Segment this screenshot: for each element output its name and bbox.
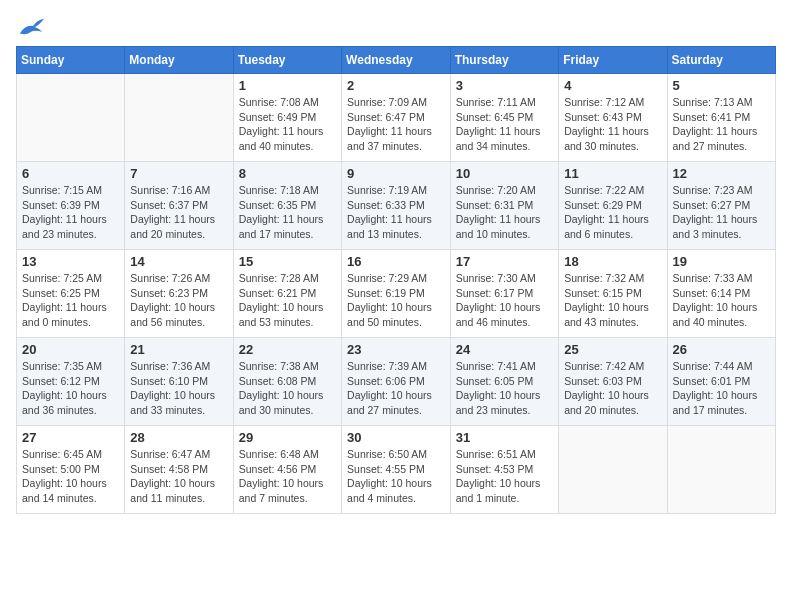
day-info: Sunrise: 7:16 AMSunset: 6:37 PMDaylight:… xyxy=(130,183,227,242)
calendar-cell: 21Sunrise: 7:36 AMSunset: 6:10 PMDayligh… xyxy=(125,338,233,426)
day-info: Sunrise: 7:19 AMSunset: 6:33 PMDaylight:… xyxy=(347,183,445,242)
day-info: Sunrise: 7:11 AMSunset: 6:45 PMDaylight:… xyxy=(456,95,553,154)
calendar-cell: 27Sunrise: 6:45 AMSunset: 5:00 PMDayligh… xyxy=(17,426,125,514)
day-number: 12 xyxy=(673,166,770,181)
calendar-cell: 11Sunrise: 7:22 AMSunset: 6:29 PMDayligh… xyxy=(559,162,667,250)
calendar-week-3: 13Sunrise: 7:25 AMSunset: 6:25 PMDayligh… xyxy=(17,250,776,338)
day-number: 20 xyxy=(22,342,119,357)
calendar-cell: 7Sunrise: 7:16 AMSunset: 6:37 PMDaylight… xyxy=(125,162,233,250)
day-number: 29 xyxy=(239,430,336,445)
logo-bird-icon xyxy=(18,16,46,38)
calendar-cell: 29Sunrise: 6:48 AMSunset: 4:56 PMDayligh… xyxy=(233,426,341,514)
day-number: 21 xyxy=(130,342,227,357)
day-info: Sunrise: 7:25 AMSunset: 6:25 PMDaylight:… xyxy=(22,271,119,330)
calendar-cell xyxy=(125,74,233,162)
day-number: 5 xyxy=(673,78,770,93)
day-number: 25 xyxy=(564,342,661,357)
calendar-cell: 10Sunrise: 7:20 AMSunset: 6:31 PMDayligh… xyxy=(450,162,558,250)
day-info: Sunrise: 7:15 AMSunset: 6:39 PMDaylight:… xyxy=(22,183,119,242)
day-number: 27 xyxy=(22,430,119,445)
day-info: Sunrise: 6:47 AMSunset: 4:58 PMDaylight:… xyxy=(130,447,227,506)
day-info: Sunrise: 7:39 AMSunset: 6:06 PMDaylight:… xyxy=(347,359,445,418)
calendar-cell: 9Sunrise: 7:19 AMSunset: 6:33 PMDaylight… xyxy=(342,162,451,250)
calendar-week-4: 20Sunrise: 7:35 AMSunset: 6:12 PMDayligh… xyxy=(17,338,776,426)
calendar-week-2: 6Sunrise: 7:15 AMSunset: 6:39 PMDaylight… xyxy=(17,162,776,250)
day-info: Sunrise: 7:36 AMSunset: 6:10 PMDaylight:… xyxy=(130,359,227,418)
calendar-cell: 26Sunrise: 7:44 AMSunset: 6:01 PMDayligh… xyxy=(667,338,775,426)
calendar-cell: 16Sunrise: 7:29 AMSunset: 6:19 PMDayligh… xyxy=(342,250,451,338)
calendar-cell: 8Sunrise: 7:18 AMSunset: 6:35 PMDaylight… xyxy=(233,162,341,250)
day-info: Sunrise: 6:50 AMSunset: 4:55 PMDaylight:… xyxy=(347,447,445,506)
day-info: Sunrise: 7:44 AMSunset: 6:01 PMDaylight:… xyxy=(673,359,770,418)
day-info: Sunrise: 7:33 AMSunset: 6:14 PMDaylight:… xyxy=(673,271,770,330)
day-number: 18 xyxy=(564,254,661,269)
day-number: 9 xyxy=(347,166,445,181)
calendar-cell: 4Sunrise: 7:12 AMSunset: 6:43 PMDaylight… xyxy=(559,74,667,162)
calendar-cell: 30Sunrise: 6:50 AMSunset: 4:55 PMDayligh… xyxy=(342,426,451,514)
calendar-cell: 1Sunrise: 7:08 AMSunset: 6:49 PMDaylight… xyxy=(233,74,341,162)
calendar-cell: 22Sunrise: 7:38 AMSunset: 6:08 PMDayligh… xyxy=(233,338,341,426)
calendar-cell: 24Sunrise: 7:41 AMSunset: 6:05 PMDayligh… xyxy=(450,338,558,426)
calendar-cell: 14Sunrise: 7:26 AMSunset: 6:23 PMDayligh… xyxy=(125,250,233,338)
day-number: 26 xyxy=(673,342,770,357)
calendar-cell: 17Sunrise: 7:30 AMSunset: 6:17 PMDayligh… xyxy=(450,250,558,338)
weekday-header-wednesday: Wednesday xyxy=(342,47,451,74)
day-number: 2 xyxy=(347,78,445,93)
day-info: Sunrise: 7:22 AMSunset: 6:29 PMDaylight:… xyxy=(564,183,661,242)
day-number: 22 xyxy=(239,342,336,357)
day-number: 28 xyxy=(130,430,227,445)
day-number: 16 xyxy=(347,254,445,269)
logo xyxy=(16,16,46,34)
day-info: Sunrise: 7:29 AMSunset: 6:19 PMDaylight:… xyxy=(347,271,445,330)
day-info: Sunrise: 7:28 AMSunset: 6:21 PMDaylight:… xyxy=(239,271,336,330)
calendar-cell xyxy=(17,74,125,162)
day-info: Sunrise: 7:12 AMSunset: 6:43 PMDaylight:… xyxy=(564,95,661,154)
day-number: 1 xyxy=(239,78,336,93)
day-number: 14 xyxy=(130,254,227,269)
calendar-cell: 20Sunrise: 7:35 AMSunset: 6:12 PMDayligh… xyxy=(17,338,125,426)
day-info: Sunrise: 7:32 AMSunset: 6:15 PMDaylight:… xyxy=(564,271,661,330)
weekday-header-saturday: Saturday xyxy=(667,47,775,74)
day-number: 13 xyxy=(22,254,119,269)
day-number: 4 xyxy=(564,78,661,93)
calendar-cell: 19Sunrise: 7:33 AMSunset: 6:14 PMDayligh… xyxy=(667,250,775,338)
calendar-cell: 18Sunrise: 7:32 AMSunset: 6:15 PMDayligh… xyxy=(559,250,667,338)
calendar-cell: 23Sunrise: 7:39 AMSunset: 6:06 PMDayligh… xyxy=(342,338,451,426)
calendar-table: SundayMondayTuesdayWednesdayThursdayFrid… xyxy=(16,46,776,514)
day-info: Sunrise: 7:38 AMSunset: 6:08 PMDaylight:… xyxy=(239,359,336,418)
day-info: Sunrise: 7:35 AMSunset: 6:12 PMDaylight:… xyxy=(22,359,119,418)
day-number: 23 xyxy=(347,342,445,357)
weekday-header-sunday: Sunday xyxy=(17,47,125,74)
day-number: 17 xyxy=(456,254,553,269)
calendar-cell xyxy=(667,426,775,514)
day-number: 11 xyxy=(564,166,661,181)
day-info: Sunrise: 7:23 AMSunset: 6:27 PMDaylight:… xyxy=(673,183,770,242)
calendar-cell: 12Sunrise: 7:23 AMSunset: 6:27 PMDayligh… xyxy=(667,162,775,250)
day-number: 19 xyxy=(673,254,770,269)
day-number: 31 xyxy=(456,430,553,445)
calendar-cell: 25Sunrise: 7:42 AMSunset: 6:03 PMDayligh… xyxy=(559,338,667,426)
page-header xyxy=(16,16,776,34)
day-number: 30 xyxy=(347,430,445,445)
calendar-cell: 15Sunrise: 7:28 AMSunset: 6:21 PMDayligh… xyxy=(233,250,341,338)
weekday-header-thursday: Thursday xyxy=(450,47,558,74)
day-number: 3 xyxy=(456,78,553,93)
day-info: Sunrise: 7:30 AMSunset: 6:17 PMDaylight:… xyxy=(456,271,553,330)
day-number: 7 xyxy=(130,166,227,181)
day-info: Sunrise: 6:51 AMSunset: 4:53 PMDaylight:… xyxy=(456,447,553,506)
day-info: Sunrise: 7:18 AMSunset: 6:35 PMDaylight:… xyxy=(239,183,336,242)
weekday-header-row: SundayMondayTuesdayWednesdayThursdayFrid… xyxy=(17,47,776,74)
weekday-header-monday: Monday xyxy=(125,47,233,74)
day-info: Sunrise: 7:13 AMSunset: 6:41 PMDaylight:… xyxy=(673,95,770,154)
day-info: Sunrise: 7:09 AMSunset: 6:47 PMDaylight:… xyxy=(347,95,445,154)
calendar-cell: 2Sunrise: 7:09 AMSunset: 6:47 PMDaylight… xyxy=(342,74,451,162)
calendar-cell: 5Sunrise: 7:13 AMSunset: 6:41 PMDaylight… xyxy=(667,74,775,162)
calendar-week-5: 27Sunrise: 6:45 AMSunset: 5:00 PMDayligh… xyxy=(17,426,776,514)
calendar-cell: 31Sunrise: 6:51 AMSunset: 4:53 PMDayligh… xyxy=(450,426,558,514)
day-info: Sunrise: 7:20 AMSunset: 6:31 PMDaylight:… xyxy=(456,183,553,242)
day-info: Sunrise: 7:08 AMSunset: 6:49 PMDaylight:… xyxy=(239,95,336,154)
day-info: Sunrise: 7:26 AMSunset: 6:23 PMDaylight:… xyxy=(130,271,227,330)
weekday-header-friday: Friday xyxy=(559,47,667,74)
calendar-cell: 13Sunrise: 7:25 AMSunset: 6:25 PMDayligh… xyxy=(17,250,125,338)
calendar-cell: 28Sunrise: 6:47 AMSunset: 4:58 PMDayligh… xyxy=(125,426,233,514)
